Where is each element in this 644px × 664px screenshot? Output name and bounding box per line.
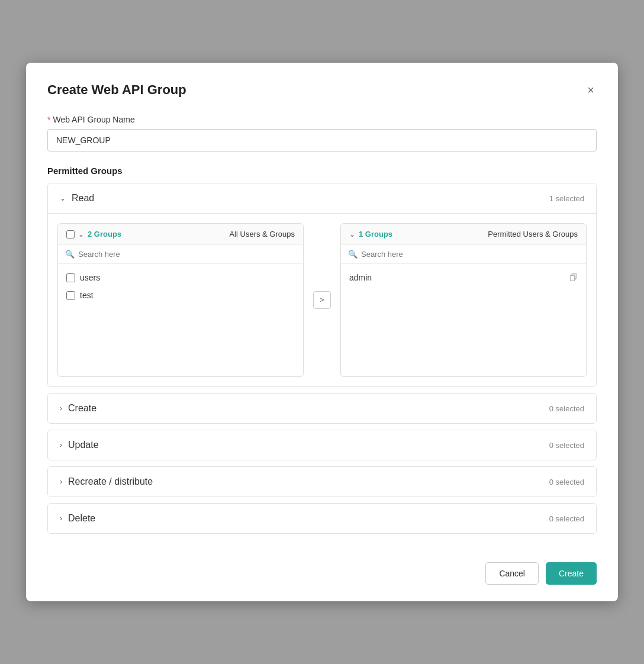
modal-title: Create Web API Group (47, 82, 186, 98)
all-panel-search-box: 🔍 (58, 245, 303, 264)
accordion-item-read: ⌄ Read 1 selected ⌄ 2 Groups (47, 183, 597, 387)
name-field-group: * Web API Group Name (47, 115, 597, 152)
recreate-selected-count: 0 selected (549, 478, 584, 486)
accordion-header-recreate[interactable]: › Recreate / distribute 0 selected (48, 467, 596, 497)
modal-dialog: Create Web API Group × * Web API Group N… (26, 63, 618, 601)
accordion-header-update[interactable]: › Update 0 selected (48, 430, 596, 460)
all-panel-list: users test (58, 264, 303, 376)
accordion-item-create: › Create 0 selected (47, 393, 597, 424)
chevron-right-icon: › (60, 478, 62, 486)
all-panel-chevron-icon: ⌄ (78, 230, 84, 238)
permitted-panel-header: ⌄ 1 Groups Permitted Users & Groups (341, 224, 586, 245)
list-item: admin 🗍 (341, 269, 586, 286)
chevron-right-icon: › (60, 404, 62, 412)
create-button[interactable]: Create (546, 562, 597, 585)
chevron-right-icon: › (60, 441, 62, 449)
accordion-header-read[interactable]: ⌄ Read 1 selected (48, 183, 596, 213)
all-group-count: 2 Groups (88, 230, 121, 238)
permitted-panel-list: admin 🗍 (341, 264, 586, 376)
delete-selected-count: 0 selected (549, 514, 584, 523)
permitted-panel-search-input[interactable] (361, 250, 579, 259)
list-item: users (58, 269, 303, 286)
cancel-button[interactable]: Cancel (485, 562, 539, 585)
all-groups-select-all-checkbox[interactable] (66, 230, 75, 238)
permitted-panel-chevron-icon: ⌄ (349, 230, 355, 238)
delete-icon[interactable]: 🗍 (569, 273, 578, 282)
users-checkbox[interactable] (66, 273, 75, 282)
chevron-down-icon: ⌄ (60, 194, 66, 202)
permitted-groups-panel: ⌄ 1 Groups Permitted Users & Groups 🔍 ad… (340, 223, 587, 377)
name-field-label: * Web API Group Name (47, 115, 597, 124)
api-group-name-input[interactable] (47, 129, 597, 152)
create-selected-count: 0 selected (549, 404, 584, 413)
transfer-container: ⌄ 2 Groups All Users & Groups 🔍 (57, 223, 587, 377)
all-panel-header: ⌄ 2 Groups All Users & Groups (58, 224, 303, 245)
test-checkbox[interactable] (66, 291, 75, 300)
accordion-item-update: › Update 0 selected (47, 430, 597, 460)
required-star: * (47, 115, 50, 124)
modal-footer: Cancel Create (47, 553, 597, 585)
accordion-item-delete: › Delete 0 selected (47, 503, 597, 534)
search-icon: 🔍 (65, 250, 75, 259)
permitted-groups-label: Permitted Groups (47, 166, 597, 176)
admin-label: admin (349, 273, 372, 282)
read-accordion-body: ⌄ 2 Groups All Users & Groups 🔍 (48, 213, 596, 386)
search-icon: 🔍 (348, 250, 358, 259)
permitted-panel-search-box: 🔍 (341, 245, 586, 264)
chevron-right-icon: › (60, 514, 62, 523)
accordion-read-label: Read (72, 193, 94, 204)
all-groups-panel: ⌄ 2 Groups All Users & Groups 🔍 (57, 223, 304, 377)
close-button[interactable]: × (585, 82, 597, 98)
users-label: users (80, 273, 100, 282)
accordion-item-recreate: › Recreate / distribute 0 selected (47, 466, 597, 497)
accordion-recreate-label: Recreate / distribute (68, 476, 153, 487)
modal-header: Create Web API Group × (47, 82, 597, 98)
accordion-create-label: Create (68, 403, 96, 414)
update-selected-count: 0 selected (549, 441, 584, 450)
test-label: test (80, 291, 94, 300)
accordion-update-label: Update (68, 440, 99, 450)
accordion-delete-label: Delete (68, 513, 95, 524)
list-item: test (58, 286, 303, 304)
all-panel-header-label: All Users & Groups (229, 230, 295, 238)
accordion-header-delete[interactable]: › Delete 0 selected (48, 504, 596, 533)
modal-overlay: Create Web API Group × * Web API Group N… (0, 0, 644, 664)
permitted-panel-header-label: Permitted Users & Groups (488, 230, 578, 238)
read-selected-count: 1 selected (549, 194, 584, 203)
all-panel-search-input[interactable] (78, 250, 296, 259)
accordion-header-create[interactable]: › Create 0 selected (48, 394, 596, 423)
permitted-group-count: 1 Groups (359, 230, 392, 238)
transfer-button-col: > (311, 223, 333, 377)
transfer-right-button[interactable]: > (313, 291, 331, 309)
